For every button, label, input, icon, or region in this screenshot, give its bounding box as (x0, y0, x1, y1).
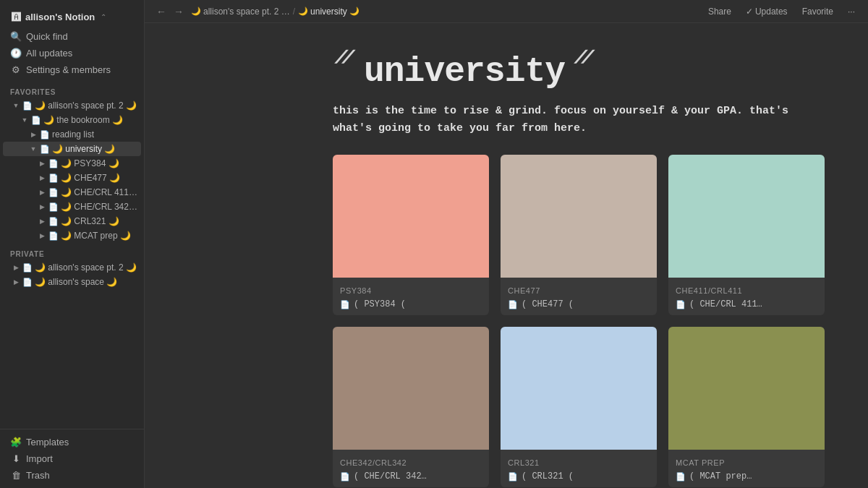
card-image-mcatprep (668, 327, 825, 450)
import-icon: ⬇ (10, 453, 22, 464)
sidebar-item-space2[interactable]: ▼ 📄 🌙 allison's space pt. 2 🌙 (3, 98, 141, 113)
templates-label: Templates (26, 437, 69, 448)
sidebar-item-trash[interactable]: 🗑 Trash (4, 467, 140, 484)
che342-label: 🌙 CHE/CRL 342 🌙 (61, 202, 138, 212)
updates-button[interactable]: ✓ Updates (741, 4, 792, 19)
breadcrumb-university[interactable]: 🌙 university 🌙 (298, 7, 359, 17)
nav-buttons: ← → (153, 4, 187, 19)
chevron-right-icon: ▶ (38, 203, 46, 210)
sidebar-item-readinglist[interactable]: ▶ 📄 reading list (3, 127, 141, 142)
chevron-right-icon: ▶ (38, 160, 46, 167)
card-title-mcatprep: MCAT PREP (676, 458, 817, 467)
card-che411[interactable]: CHE411/CRL411 📄 ( CHE/CRL 411… (668, 155, 825, 315)
clock-icon: 🕐 (10, 48, 22, 59)
chevron-right-icon: ▶ (38, 174, 46, 181)
svg-rect-1 (501, 155, 657, 278)
topbar-right: Share ✓ Updates Favorite ··· (704, 4, 859, 19)
readinglist-label: reading list (52, 129, 94, 140)
bookroom-label: 🌙 the bookroom 🌙 (43, 115, 123, 125)
private-label: PRIVATE (3, 243, 141, 260)
card-link-psy384: 📄 ( PSY384 ( (340, 299, 482, 309)
svg-rect-0 (333, 155, 489, 278)
svg-rect-2 (668, 155, 825, 278)
card-footer-che342: CHE342/CRL342 📄 ( CHE/CRL 342… (333, 453, 489, 487)
sidebar-item-che342[interactable]: ▶ 📄 🌙 CHE/CRL 342 🌙 (3, 200, 141, 214)
favorite-button[interactable]: Favorite (798, 4, 838, 19)
chevron-right-icon: ▶ (38, 218, 46, 225)
sidebar-item-che477[interactable]: ▶ 📄 🌙 CHE477 🌙 (3, 171, 141, 185)
card-image-che477 (501, 155, 657, 278)
page-title: 𝄓 university 𝄓 (333, 52, 825, 91)
import-label: Import (26, 453, 53, 464)
card-title-che342: CHE342/CRL342 (340, 458, 482, 467)
sidebar-item-bookroom[interactable]: ▼ 📄 🌙 the bookroom 🌙 (3, 113, 141, 127)
sidebar-top: 🅰 allison's Notion ⌃ 🔍 Quick find 🕐 All … (0, 0, 144, 81)
psy384-label: 🌙 PSY384 🌙 (61, 158, 119, 168)
page-description: this is the time to rise & grind. focus … (333, 103, 825, 137)
page-title-area: 𝄓 university 𝄓 this is the time to rise … (333, 52, 825, 137)
topbar-left: ← → 🌙 allison's space pt. 2 … / 🌙 univer… (153, 4, 359, 19)
card-psy384[interactable]: PSY384 📄 ( PSY384 ( (333, 155, 489, 315)
more-button[interactable]: ··· (843, 4, 859, 19)
sidebar-item-mcatprep[interactable]: ▶ 📄 🌙 MCAT prep 🌙 (3, 228, 141, 243)
card-image-che411 (668, 155, 825, 278)
sidebar-item-templates[interactable]: 🧩 Templates (4, 434, 140, 450)
sidebar-private-space[interactable]: ▶ 📄 🌙 allison's space 🌙 (3, 275, 141, 289)
favorites-label: FAVORITES (3, 81, 141, 98)
breadcrumb: 🌙 allison's space pt. 2 … / 🌙 university… (191, 7, 359, 17)
doc-icon: 📄 (508, 472, 518, 481)
breadcrumb-space[interactable]: 🌙 allison's space pt. 2 … (191, 7, 290, 17)
sidebar-item-quickfind[interactable]: 🔍 Quick find (4, 28, 140, 45)
workspace-header[interactable]: 🅰 allison's Notion ⌃ (4, 6, 140, 28)
card-footer-che411: CHE411/CRL411 📄 ( CHE/CRL 411… (668, 281, 825, 315)
moon-icon3: 🌙 (349, 7, 359, 16)
favorites-section: FAVORITES ▼ 📄 🌙 allison's space pt. 2 🌙 … (0, 81, 144, 243)
private-space-label: 🌙 allison's space 🌙 (35, 277, 117, 287)
chevron-right-icon: ▶ (29, 131, 38, 138)
sidebar-item-settings[interactable]: ⚙ Settings & members (4, 61, 140, 78)
private-section: PRIVATE ▶ 📄 🌙 allison's space pt. 2 🌙 ▶ … (0, 243, 144, 289)
sidebar-item-che411[interactable]: ▶ 📄 🌙 CHE/CRL 411 🌙 (3, 185, 141, 200)
title-text: university (364, 52, 565, 91)
doc-icon: 📄 (676, 300, 686, 309)
sidebar-private-space2[interactable]: ▶ 📄 🌙 allison's space pt. 2 🌙 (3, 260, 141, 275)
quickfind-label: Quick find (26, 31, 68, 42)
card-link-crl321: 📄 ( CRL321 ( (508, 471, 650, 481)
card-che477[interactable]: CHE477 📄 ( CHE477 ( (501, 155, 657, 315)
svg-rect-4 (501, 327, 657, 450)
card-image-psy384 (333, 155, 489, 278)
card-image-crl321 (501, 327, 657, 450)
che477-label: 🌙 CHE477 🌙 (61, 173, 120, 183)
card-link-che411: 📄 ( CHE/CRL 411… (676, 299, 817, 309)
card-title-psy384: PSY384 (340, 286, 482, 295)
back-button[interactable]: ← (153, 4, 169, 19)
moon-icon: 🌙 (191, 7, 201, 16)
title-prefix: 𝄓 (333, 52, 357, 91)
crl321-label: 🌙 CRL321 🌙 (61, 216, 119, 226)
sidebar-item-allupdates[interactable]: 🕐 All updates (4, 45, 140, 61)
sidebar: 🅰 allison's Notion ⌃ 🔍 Quick find 🕐 All … (0, 0, 145, 488)
card-crl321[interactable]: CRL321 📄 ( CRL321 ( (501, 327, 657, 487)
forward-button[interactable]: → (171, 4, 187, 19)
gallery-grid: PSY384 📄 ( PSY384 ( CHE477 📄 ( CHE477 ( (333, 155, 825, 487)
card-footer-crl321: CRL321 📄 ( CRL321 ( (501, 453, 657, 487)
settings-label: Settings & members (26, 64, 111, 75)
trash-icon: 🗑 (10, 470, 22, 481)
university-label: 🌙 university 🌙 (52, 144, 115, 154)
card-footer-psy384: PSY384 📄 ( PSY384 ( (333, 281, 489, 315)
share-button[interactable]: Share (704, 4, 736, 19)
doc-icon: 📄 (340, 300, 350, 309)
sidebar-item-university[interactable]: ▼ 📄 🌙 university 🌙 (3, 142, 141, 156)
sidebar-item-psy384[interactable]: ▶ 📄 🌙 PSY384 🌙 (3, 156, 141, 171)
sidebar-item-import[interactable]: ⬇ Import (4, 450, 140, 467)
allupdates-label: All updates (26, 48, 72, 59)
templates-icon: 🧩 (10, 437, 22, 448)
gear-icon: ⚙ (10, 64, 22, 75)
sidebar-item-crl321[interactable]: ▶ 📄 🌙 CRL321 🌙 (3, 214, 141, 228)
workspace-name: allison's Notion (25, 12, 95, 22)
card-che342[interactable]: CHE342/CRL342 📄 ( CHE/CRL 342… (333, 327, 489, 487)
doc-icon: 📄 (508, 300, 518, 309)
card-mcatprep[interactable]: MCAT PREP 📄 ( MCAT prep… (668, 327, 825, 487)
checkmark-icon: ✓ (746, 7, 753, 17)
chevron-down-icon: ▼ (12, 102, 20, 109)
